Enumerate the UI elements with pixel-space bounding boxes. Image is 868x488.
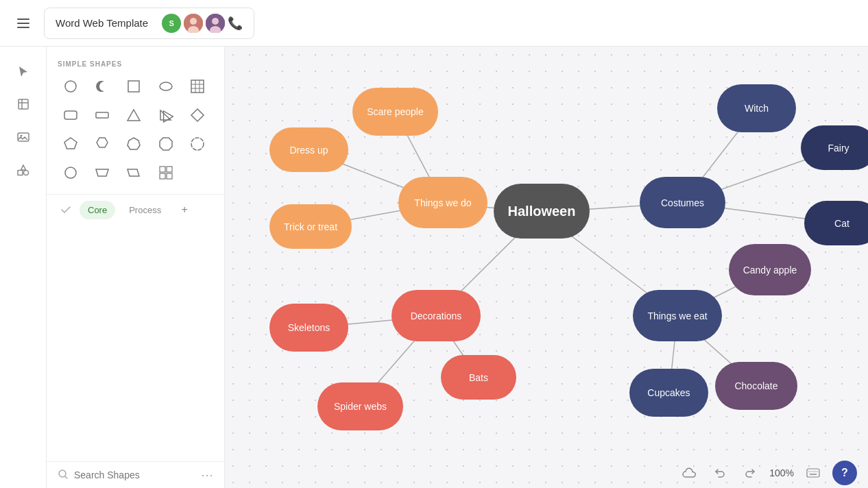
svg-rect-31 <box>167 167 172 172</box>
avatar-r <box>184 14 203 33</box>
title-box: Word Web Template S 📞 <box>44 8 254 39</box>
tab-core[interactable]: Core <box>80 201 115 219</box>
tab-process[interactable]: Process <box>121 201 169 219</box>
svg-marker-26 <box>128 138 140 149</box>
shape-triangle[interactable] <box>121 102 147 128</box>
shape-right-triangle[interactable] <box>153 102 179 128</box>
search-row: ⋯ <box>47 461 224 488</box>
svg-rect-32 <box>160 173 165 179</box>
shape-hexagon[interactable] <box>89 131 115 157</box>
shape-diamond[interactable] <box>184 102 210 128</box>
node-scare-people[interactable]: Scare people <box>352 88 438 136</box>
node-trick-or-treat[interactable]: Trick or treat <box>269 204 352 249</box>
shape-thin-rect[interactable] <box>89 102 115 128</box>
node-dress-up[interactable]: Dress up <box>269 127 348 172</box>
shape-crescent[interactable] <box>89 73 115 99</box>
svg-point-4 <box>190 18 197 25</box>
hamburger-button[interactable] <box>11 11 36 36</box>
svg-rect-17 <box>128 81 139 92</box>
shape-heptagon[interactable] <box>121 131 147 157</box>
tab-icon <box>58 202 74 218</box>
shape-pentagon[interactable] <box>58 131 84 157</box>
shape-square[interactable] <box>121 73 147 99</box>
shape-nonagon[interactable] <box>184 131 210 157</box>
cloud-save-button[interactable] <box>679 462 701 484</box>
canvas[interactable]: Halloween Things we do Scare people Dres… <box>225 47 868 488</box>
search-icon <box>58 469 69 482</box>
svg-rect-9 <box>19 99 28 109</box>
node-candy-apple[interactable]: Candy apple <box>729 244 811 295</box>
toolbar-cursor[interactable] <box>10 58 37 85</box>
avatar-s: S <box>162 14 181 33</box>
shapes-grid <box>47 73 224 194</box>
left-toolbar <box>0 47 47 488</box>
shapes-panel: SIMPLE SHAPES Core <box>47 47 225 488</box>
node-witch[interactable]: Witch <box>717 84 796 132</box>
toolbar-image[interactable] <box>10 123 37 151</box>
toolbar-frame[interactable] <box>10 90 37 118</box>
svg-rect-52 <box>807 469 819 477</box>
page-title: Word Web Template <box>56 17 148 29</box>
node-skeletons[interactable]: Skeletons <box>269 304 348 352</box>
svg-point-7 <box>212 18 219 25</box>
svg-line-35 <box>65 476 67 478</box>
svg-rect-15 <box>18 171 23 175</box>
svg-rect-19 <box>191 80 204 93</box>
svg-rect-24 <box>64 111 77 119</box>
shape-rounded-rect[interactable] <box>58 102 84 128</box>
svg-marker-27 <box>160 138 172 150</box>
node-halloween[interactable]: Halloween <box>494 184 590 239</box>
node-things-we-do[interactable]: Things we do <box>398 177 487 228</box>
svg-rect-25 <box>96 112 108 118</box>
node-cat[interactable]: Cat <box>804 201 868 245</box>
toolbar-shapes[interactable] <box>10 156 37 184</box>
node-chocolate[interactable]: Chocolate <box>715 362 797 410</box>
svg-rect-1 <box>17 23 29 24</box>
node-cupcakes[interactable]: Cupcakes <box>629 369 708 417</box>
node-things-we-eat[interactable]: Things we eat <box>633 290 722 341</box>
svg-rect-30 <box>160 167 165 172</box>
svg-rect-33 <box>167 173 172 179</box>
help-button[interactable]: ? <box>832 461 857 485</box>
svg-point-18 <box>160 82 172 90</box>
undo-button[interactable] <box>709 462 731 484</box>
redo-button[interactable] <box>739 462 761 484</box>
svg-point-16 <box>65 81 76 92</box>
tabs-row: Core Process + <box>47 194 224 225</box>
svg-rect-2 <box>17 27 29 28</box>
bottom-bar: 100% ? <box>668 458 868 488</box>
node-spider-webs[interactable]: Spider webs <box>317 382 403 430</box>
shape-parallelogram[interactable] <box>121 160 147 186</box>
shape-ellipse[interactable] <box>153 73 179 99</box>
shapes-section-label: SIMPLE SHAPES <box>47 47 224 73</box>
svg-point-14 <box>23 171 28 175</box>
node-costumes[interactable]: Costumes <box>640 177 725 228</box>
shape-circle[interactable] <box>58 73 84 99</box>
zoom-level: 100% <box>769 467 794 478</box>
shape-grid[interactable] <box>153 160 179 186</box>
collab-avatars: S 📞 <box>162 14 243 33</box>
svg-point-28 <box>191 138 204 150</box>
header: Word Web Template S 📞 <box>0 0 868 47</box>
search-more-button[interactable]: ⋯ <box>201 467 213 483</box>
node-fairy[interactable]: Fairy <box>801 125 868 170</box>
shape-circle2[interactable] <box>58 160 84 186</box>
tab-add-button[interactable]: + <box>175 200 194 219</box>
keyboard-button[interactable] <box>802 462 824 484</box>
shape-octagon[interactable] <box>153 131 179 157</box>
avatar-p <box>206 14 225 33</box>
svg-point-29 <box>65 167 76 178</box>
shape-table[interactable] <box>184 73 210 99</box>
node-decorations[interactable]: Decorations <box>391 290 481 341</box>
phone-icon[interactable]: 📞 <box>228 16 243 31</box>
node-bats[interactable]: Bats <box>441 355 516 400</box>
svg-rect-0 <box>17 19 29 20</box>
shape-trapezoid[interactable] <box>89 160 115 186</box>
search-input[interactable] <box>74 469 195 480</box>
